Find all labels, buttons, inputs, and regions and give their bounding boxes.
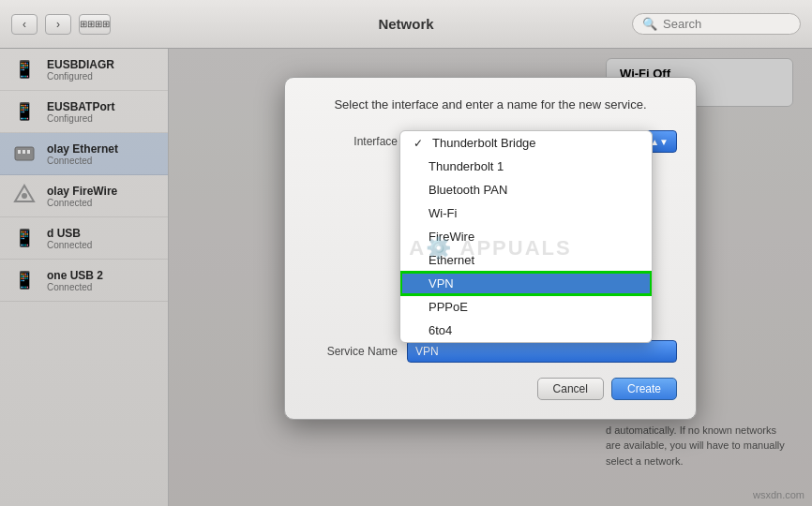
window-title: Network bbox=[378, 16, 433, 32]
interface-row: Interface Thunderbolt Bridge ▲▼ ✓ bbox=[304, 130, 677, 153]
create-button[interactable]: Create bbox=[611, 378, 677, 400]
dropdown-item-bluetooth-pan[interactable]: Bluetooth PAN bbox=[400, 178, 652, 201]
main-area: 📱 EUSBDIAGR Configured 📱 EUSBATPort Conf… bbox=[0, 49, 812, 506]
interface-label: Interface bbox=[304, 135, 407, 148]
dropdown-item-thunderbolt-bridge[interactable]: ✓ Thunderbolt Bridge bbox=[400, 131, 652, 155]
dialog-title: Select the interface and enter a name fo… bbox=[304, 97, 677, 113]
search-icon: 🔍 bbox=[642, 17, 657, 31]
sidebar-item-status: Configured bbox=[47, 71, 114, 82]
dropdown-item-label: VPN bbox=[429, 276, 454, 290]
device-icon: 📱 bbox=[9, 54, 39, 84]
search-box[interactable]: 🔍 bbox=[632, 13, 801, 35]
sidebar-item-status: Configured bbox=[47, 113, 114, 124]
sidebar-item-status: Connected bbox=[47, 156, 118, 166]
sidebar-item-name: olay FireWire bbox=[47, 185, 117, 198]
dropdown-item-label: Thunderbolt 1 bbox=[429, 159, 504, 173]
forward-button[interactable]: › bbox=[45, 14, 71, 35]
dropdown-item-label: Wi-Fi bbox=[429, 206, 457, 220]
sidebar-item-name: EUSBATPort bbox=[47, 100, 114, 113]
cancel-button[interactable]: Cancel bbox=[537, 378, 604, 400]
sidebar-item-status: Connected bbox=[47, 282, 103, 292]
dropdown-item-6to4[interactable]: 6to4 bbox=[400, 319, 652, 342]
service-name-input[interactable] bbox=[407, 340, 677, 363]
sidebar-item-status: Connected bbox=[47, 198, 117, 208]
dropdown-item-firewire[interactable]: FireWire bbox=[400, 225, 652, 248]
svg-point-5 bbox=[22, 193, 27, 199]
dropdown-item-pppoe[interactable]: PPPoE bbox=[400, 295, 652, 319]
interface-dropdown-container: Thunderbolt Bridge ▲▼ ✓ Thunderbolt Brid… bbox=[407, 130, 677, 153]
dropdown-item-label: Thunderbolt Bridge bbox=[432, 136, 536, 150]
grid-button[interactable]: ⊞⊞⊞⊞ bbox=[79, 14, 111, 35]
interface-dropdown-menu[interactable]: ✓ Thunderbolt Bridge Thunderbolt 1 Bluet… bbox=[399, 130, 653, 343]
usb-icon: 📱 bbox=[9, 223, 39, 253]
dropdown-item-thunderbolt1[interactable]: Thunderbolt 1 bbox=[400, 155, 652, 178]
sidebar-item-ethernet[interactable]: olay Ethernet Connected bbox=[0, 133, 168, 175]
sidebar-item-name: d USB bbox=[47, 227, 92, 240]
sidebar-item-usb2[interactable]: 📱 one USB 2 Connected bbox=[0, 260, 168, 302]
sidebar-item-name: one USB 2 bbox=[47, 269, 103, 282]
search-input[interactable] bbox=[663, 17, 794, 31]
back-button[interactable]: ‹ bbox=[11, 14, 38, 35]
dropdown-item-label: 6to4 bbox=[429, 323, 452, 337]
sidebar-item-eusbatport[interactable]: 📱 EUSBATPort Configured bbox=[0, 91, 168, 133]
sidebar: 📱 EUSBDIAGR Configured 📱 EUSBATPort Conf… bbox=[0, 49, 169, 506]
service-name-row: Service Name bbox=[304, 340, 677, 363]
dropdown-item-label: Bluetooth PAN bbox=[429, 183, 507, 197]
dropdown-item-vpn[interactable]: VPN bbox=[400, 272, 652, 295]
service-name-label: Service Name bbox=[304, 345, 407, 358]
checkmark-icon: ✓ bbox=[414, 137, 423, 150]
dropdown-arrow-icon: ▲▼ bbox=[650, 137, 669, 147]
dropdown-item-label: Ethernet bbox=[429, 253, 474, 267]
back-icon: ‹ bbox=[23, 18, 26, 31]
dropdown-item-wifi[interactable]: Wi-Fi bbox=[400, 201, 652, 225]
sidebar-item-firewire[interactable]: olay FireWire Connected bbox=[0, 175, 168, 217]
grid-icon: ⊞⊞⊞⊞ bbox=[80, 19, 110, 29]
sidebar-item-status: Connected bbox=[47, 240, 92, 250]
dropdown-item-ethernet[interactable]: Ethernet bbox=[400, 248, 652, 272]
sidebar-item-usb[interactable]: 📱 d USB Connected bbox=[0, 217, 168, 260]
content-panel: Wi-Fi Off 9F-5G and d automatically. If … bbox=[169, 49, 812, 506]
new-service-dialog: Select the interface and enter a name fo… bbox=[284, 77, 697, 420]
nav-controls: ‹ › ⊞⊞⊞⊞ bbox=[11, 14, 111, 35]
ethernet-icon bbox=[9, 139, 39, 169]
interface-control: Thunderbolt Bridge ▲▼ ✓ Thunderbolt Brid… bbox=[407, 130, 677, 153]
sidebar-item-name: EUSBDIAGR bbox=[47, 58, 114, 71]
service-name-control bbox=[407, 340, 677, 363]
device-icon: 📱 bbox=[9, 97, 39, 126]
svg-rect-1 bbox=[18, 150, 21, 154]
svg-rect-2 bbox=[23, 150, 25, 154]
dropdown-item-label: PPPoE bbox=[429, 300, 468, 314]
usb2-icon: 📱 bbox=[9, 265, 39, 295]
sidebar-item-name: olay Ethernet bbox=[47, 142, 118, 156]
dialog-buttons: Cancel Create bbox=[304, 378, 677, 400]
title-bar: ‹ › ⊞⊞⊞⊞ Network 🔍 bbox=[0, 0, 812, 49]
dropdown-item-label: FireWire bbox=[429, 230, 474, 244]
sidebar-item-eusbdiagr[interactable]: 📱 EUSBDIAGR Configured bbox=[0, 49, 168, 91]
dialog-overlay: Select the interface and enter a name fo… bbox=[169, 49, 812, 506]
svg-rect-3 bbox=[27, 150, 30, 154]
forward-icon: › bbox=[56, 18, 60, 31]
firewire-icon bbox=[9, 181, 39, 211]
